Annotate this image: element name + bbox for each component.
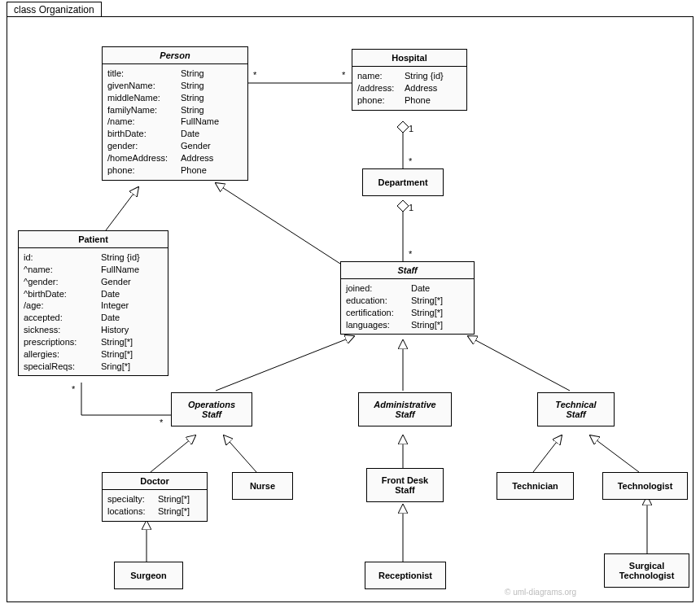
class-staff-name: Staff — [341, 262, 474, 279]
mult-hospital-dept-1: 1 — [409, 124, 413, 133]
class-staff: Staff joined:Date education:String[*] ce… — [340, 261, 475, 335]
package-name: class Organization — [14, 4, 94, 15]
class-doctor: Doctor specialty:String[*] locations:Str… — [102, 472, 208, 522]
class-adminstaff-name: Administrative Staff — [359, 393, 451, 426]
mult-patient-ops-patient: * — [72, 384, 75, 394]
mult-dept-staff-1: 1 — [409, 203, 413, 212]
class-person: Person title:String givenName:String mid… — [102, 46, 248, 181]
class-receptionist-name: Receptionist — [365, 562, 445, 588]
package-tab: class Organization — [7, 2, 102, 17]
class-surgeon-name: Surgeon — [115, 562, 182, 588]
class-surgtech: Surgical Technologist — [604, 553, 689, 588]
class-frontdesk: Front Desk Staff — [366, 468, 444, 502]
class-hospital-name: Hospital — [352, 50, 466, 67]
class-techstaff: Technical Staff — [537, 392, 615, 426]
diagram-canvas: class Organization — [0, 0, 700, 608]
class-opsstaff: Operations Staff — [171, 392, 252, 426]
class-hospital-attrs: name:String {id} /address:Address phone:… — [352, 67, 466, 110]
class-staff-attrs: joined:Date education:String[*] certific… — [341, 279, 474, 334]
class-techstaff-name: Technical Staff — [538, 393, 614, 426]
class-technician: Technician — [497, 472, 574, 500]
class-patient: Patient id:String {id} ^name:FullName ^g… — [18, 230, 168, 376]
class-person-name: Person — [103, 47, 247, 64]
class-department: Department — [362, 168, 444, 196]
class-department-name: Department — [363, 169, 443, 195]
class-receptionist: Receptionist — [365, 562, 446, 589]
class-technologist: Technologist — [602, 472, 688, 500]
class-frontdesk-name: Front Desk Staff — [367, 469, 443, 501]
mult-person-hospital-hospital: * — [342, 70, 345, 80]
class-person-attrs: title:String givenName:String middleName… — [103, 64, 247, 180]
class-doctor-attrs: specialty:String[*] locations:String[*] — [103, 490, 207, 521]
class-technologist-name: Technologist — [603, 473, 687, 499]
class-surgtech-name: Surgical Technologist — [605, 554, 689, 587]
class-adminstaff: Administrative Staff — [358, 392, 452, 426]
class-nurse: Nurse — [232, 472, 293, 500]
class-surgeon: Surgeon — [114, 562, 183, 589]
class-technician-name: Technician — [497, 473, 573, 499]
class-doctor-name: Doctor — [103, 473, 207, 490]
class-nurse-name: Nurse — [233, 473, 292, 499]
class-patient-attrs: id:String {id} ^name:FullName ^gender:Ge… — [19, 248, 168, 375]
class-opsstaff-name: Operations Staff — [172, 393, 252, 426]
mult-hospital-dept-star: * — [409, 156, 412, 166]
mult-person-hospital-person: * — [253, 70, 256, 80]
mult-patient-ops-ops: * — [160, 418, 163, 427]
class-hospital: Hospital name:String {id} /address:Addre… — [352, 49, 467, 111]
class-patient-name: Patient — [19, 231, 168, 248]
watermark: © uml-diagrams.org — [505, 588, 576, 597]
mult-dept-staff-star: * — [409, 249, 412, 259]
